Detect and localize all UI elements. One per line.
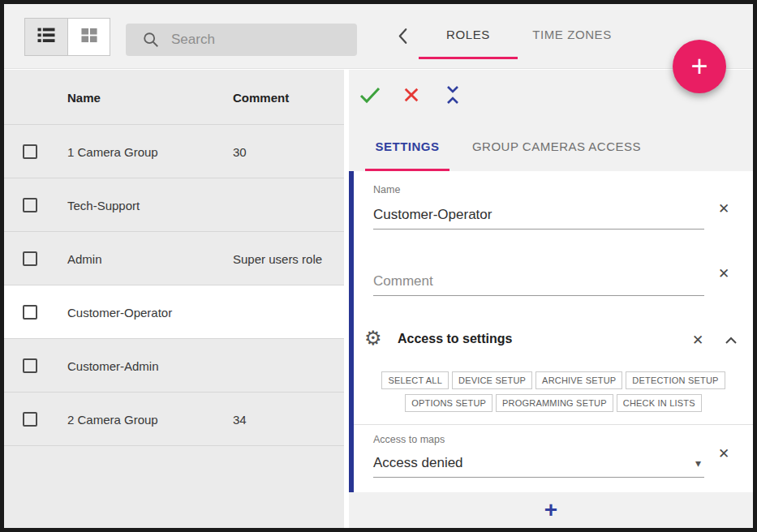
table-row[interactable]: Tech-Support xyxy=(4,178,344,232)
chip-detection-setup[interactable]: DETECTION SETUP xyxy=(626,371,725,389)
tab-settings[interactable]: SETTINGS xyxy=(365,122,449,171)
row-comment: 30 xyxy=(233,144,247,158)
access-maps-value: Access denied xyxy=(373,455,463,471)
close-icon xyxy=(403,87,419,105)
detail-panel: SETTINGS GROUP CAMERAS ACCESS Name ✕ ✕ ⚙… xyxy=(349,70,753,528)
access-maps-label: Access to maps xyxy=(373,434,445,445)
row-checkbox[interactable] xyxy=(23,305,37,320)
tab-time-zones[interactable]: TIME ZONES xyxy=(518,11,626,58)
chip-device-setup[interactable]: DEVICE SETUP xyxy=(452,371,532,389)
toolbar: ROLES TIME ZONES xyxy=(4,4,753,69)
check-icon xyxy=(359,86,381,106)
access-settings-chips: SELECT ALLDEVICE SETUPARCHIVE SETUPDETEC… xyxy=(360,369,746,414)
unfold-less-icon xyxy=(445,85,461,107)
tab-group-cameras-access[interactable]: GROUP CAMERAS ACCESS xyxy=(462,122,651,171)
table-row[interactable]: Customer-Admin xyxy=(4,339,344,393)
role-form: Name ✕ ✕ ⚙ Access to settings ✕ SELECT A… xyxy=(349,171,753,492)
row-name: 1 Camera Group xyxy=(67,144,158,158)
chip-check-in-lists[interactable]: CHECK IN LISTS xyxy=(617,394,702,412)
access-maps-select[interactable]: Access denied ▾ xyxy=(373,448,704,478)
row-checkbox[interactable] xyxy=(23,358,37,373)
table-row[interactable]: Admin Super users role xyxy=(4,232,344,285)
tab-roles[interactable]: ROLES xyxy=(419,11,518,58)
column-header-name[interactable]: Name xyxy=(67,90,101,104)
row-comment: 34 xyxy=(233,412,247,426)
name-input[interactable] xyxy=(373,200,704,230)
row-name: 2 Camera Group xyxy=(67,412,158,426)
column-header-comment[interactable]: Comment xyxy=(233,90,289,104)
confirm-button[interactable] xyxy=(355,81,385,110)
collapse-all-button[interactable] xyxy=(438,81,467,110)
grid-view-button[interactable] xyxy=(67,19,110,55)
clear-access-maps-icon[interactable]: ✕ xyxy=(714,444,733,463)
roles-table-panel: Name Comment 1 Camera Group 30 Tech-Supp… xyxy=(4,70,344,528)
chip-programming-setup[interactable]: PROGRAMMING SETUP xyxy=(496,394,613,412)
gear-icon: ⚙ xyxy=(364,327,382,350)
list-view-icon xyxy=(36,27,57,47)
collapse-section-button[interactable] xyxy=(722,334,740,347)
clear-access-settings-icon[interactable]: ✕ xyxy=(688,330,708,350)
row-checkbox[interactable] xyxy=(23,144,37,159)
table-row[interactable]: 1 Camera Group 30 xyxy=(4,125,344,178)
clear-comment-icon[interactable]: ✕ xyxy=(714,264,733,283)
chip-archive-setup[interactable]: ARCHIVE SETUP xyxy=(535,371,622,389)
tab-group-cameras-access-label: GROUP CAMERAS ACCESS xyxy=(472,139,641,153)
table-row-selected[interactable]: Customer-Operator xyxy=(4,285,344,339)
access-settings-title: Access to settings xyxy=(398,332,512,346)
back-chevron-button[interactable] xyxy=(392,27,413,48)
active-tab-underline xyxy=(419,57,518,59)
table-row[interactable]: 2 Camera Group 34 xyxy=(4,393,344,446)
tab-settings-label: SETTINGS xyxy=(375,139,439,153)
clear-name-icon[interactable]: ✕ xyxy=(714,199,733,218)
app-window: ROLES TIME ZONES + Name Comment 1 Camera… xyxy=(0,0,757,532)
row-name: Tech-Support xyxy=(67,198,140,212)
tab-time-zones-label: TIME ZONES xyxy=(532,28,612,41)
list-view-button[interactable] xyxy=(25,19,67,55)
row-name: Admin xyxy=(67,251,102,265)
row-checkbox[interactable] xyxy=(23,198,37,212)
add-item-button[interactable]: + xyxy=(544,499,557,521)
grid-view-icon xyxy=(80,27,99,47)
cancel-button[interactable] xyxy=(397,81,426,110)
chevron-up-icon xyxy=(725,335,738,347)
row-checkbox[interactable] xyxy=(23,412,37,427)
tab-roles-label: ROLES xyxy=(446,28,490,41)
comment-input[interactable] xyxy=(373,267,704,296)
table-header: Name Comment xyxy=(4,70,344,125)
row-checkbox[interactable] xyxy=(23,251,37,266)
search-icon xyxy=(142,31,160,49)
detail-tabs: SETTINGS GROUP CAMERAS ACCESS xyxy=(349,122,753,171)
chevron-left-icon xyxy=(398,28,408,47)
row-comment: Super users role xyxy=(233,251,322,265)
add-fab-button[interactable]: + xyxy=(673,40,726,93)
add-item-row: + xyxy=(349,492,753,528)
row-name: Customer-Operator xyxy=(67,305,172,319)
section-divider xyxy=(354,424,753,425)
chip-options-setup[interactable]: OPTIONS SETUP xyxy=(405,394,492,412)
chip-select-all[interactable]: SELECT ALL xyxy=(381,371,449,389)
row-name: Customer-Admin xyxy=(67,358,159,372)
search-input[interactable] xyxy=(171,32,351,48)
view-toggle xyxy=(24,18,110,56)
dropdown-arrow-icon: ▾ xyxy=(695,457,704,470)
search-box xyxy=(126,24,357,56)
name-field-label: Name xyxy=(373,184,400,195)
